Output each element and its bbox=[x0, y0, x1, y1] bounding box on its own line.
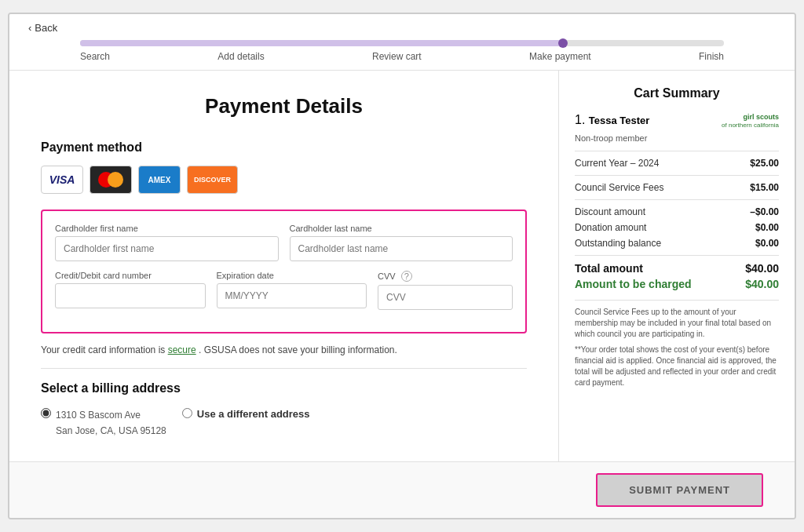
address-text-group: 1310 S Bascom Ave San Jose, CA, USA 9512… bbox=[56, 406, 166, 438]
page-title: Payment Details bbox=[41, 94, 527, 118]
progress-track bbox=[80, 40, 724, 46]
address-radio-option: 1310 S Bascom Ave San Jose, CA, USA 9512… bbox=[41, 406, 166, 438]
step-add-details: Add details bbox=[217, 51, 264, 62]
cart-line-3: Donation amount $0.00 bbox=[575, 222, 779, 233]
step-labels: Search Add details Review cart Make paym… bbox=[80, 51, 724, 62]
secure-text: Your credit card information is secure .… bbox=[41, 344, 527, 355]
cart-member-row: 1. Tessa Tester girl scouts of northern … bbox=[575, 113, 779, 129]
progress-bar-container: Search Add details Review cart Make paym… bbox=[25, 40, 779, 62]
card-number-group: Credit/Debit card number bbox=[55, 271, 206, 310]
top-nav: ‹ Back Search Add details Review cart Ma… bbox=[9, 14, 795, 71]
charged-label: Amount to be charged bbox=[575, 278, 692, 290]
main-layout: Payment Details Payment method VISA AMEX… bbox=[9, 71, 795, 461]
gs-logo: girl scouts of northern california bbox=[722, 113, 779, 129]
cart-title: Cart Summary bbox=[575, 86, 779, 100]
cart-divider-4 bbox=[575, 255, 779, 256]
mastercard-icon[interactable] bbox=[90, 166, 132, 194]
step-finish: Finish bbox=[699, 51, 724, 62]
progress-fill bbox=[80, 40, 563, 46]
last-name-group: Cardholder last name bbox=[290, 224, 513, 261]
footnote-2: **Your order total shows the cost of you… bbox=[575, 344, 779, 388]
cart-line-1: Council Service Fees $15.00 bbox=[575, 182, 779, 193]
app-container: ‹ Back Search Add details Review cart Ma… bbox=[8, 13, 796, 519]
left-panel: Payment Details Payment method VISA AMEX… bbox=[9, 71, 559, 461]
radio-group: 1310 S Bascom Ave San Jose, CA, USA 9512… bbox=[41, 406, 527, 438]
first-name-input[interactable] bbox=[55, 236, 279, 261]
address-line2: San Jose, CA, USA 95128 bbox=[56, 424, 166, 438]
discover-icon[interactable]: DISCOVER bbox=[187, 166, 238, 194]
back-label: Back bbox=[35, 22, 57, 34]
cart-line-4: Outstanding balance $0.00 bbox=[575, 238, 779, 249]
mc-orange-circle bbox=[108, 172, 123, 188]
total-line: Total amount $40.00 bbox=[575, 262, 779, 275]
cvv-input[interactable] bbox=[378, 285, 513, 310]
cart-line-2: Discount amount –$0.00 bbox=[575, 206, 779, 217]
name-row: Cardholder first name Cardholder last na… bbox=[55, 224, 513, 261]
first-name-group: Cardholder first name bbox=[55, 224, 279, 261]
charged-amount: $40.00 bbox=[745, 278, 779, 290]
cvv-group: CVV ? bbox=[378, 271, 513, 310]
cart-divider-3 bbox=[575, 199, 779, 200]
billing-section: Select a billing address 1310 S Bascom A… bbox=[41, 381, 527, 438]
diff-address-radio[interactable] bbox=[182, 408, 192, 418]
submit-payment-button[interactable]: SUBMIT PAYMENT bbox=[596, 473, 763, 507]
member-type: Non-troop member bbox=[575, 133, 779, 143]
member-name: 1. Tessa Tester bbox=[575, 113, 649, 127]
step-search: Search bbox=[80, 51, 110, 62]
address-line1: 1310 S Bascom Ave bbox=[56, 408, 166, 422]
footnote-1: Council Service Fees up to the amount of… bbox=[575, 307, 779, 340]
card-number-label: Credit/Debit card number bbox=[55, 271, 206, 280]
last-name-input[interactable] bbox=[290, 236, 513, 261]
back-chevron-icon: ‹ bbox=[28, 22, 31, 34]
step-make-payment: Make payment bbox=[529, 51, 591, 62]
cart-divider-5 bbox=[575, 300, 779, 301]
cart-line-0: Current Year – 2024 $25.00 bbox=[575, 158, 779, 169]
billing-title: Select a billing address bbox=[41, 381, 527, 395]
cart-divider-1 bbox=[575, 151, 779, 151]
expiry-group: Expiration date bbox=[217, 271, 367, 310]
last-name-label: Cardholder last name bbox=[290, 224, 513, 233]
cart-summary-panel: Cart Summary 1. Tessa Tester girl scouts… bbox=[559, 71, 795, 461]
step-review-cart: Review cart bbox=[372, 51, 422, 62]
cart-divider-2 bbox=[575, 175, 779, 176]
visa-icon[interactable]: VISA bbox=[41, 166, 83, 194]
address-radio[interactable] bbox=[41, 408, 51, 418]
amex-icon[interactable]: AMEX bbox=[138, 166, 181, 194]
diff-address-option: Use a different address bbox=[182, 406, 310, 420]
payment-method-title: Payment method bbox=[41, 140, 527, 155]
divider bbox=[41, 368, 527, 369]
card-form-area: Cardholder first name Cardholder last na… bbox=[41, 210, 527, 333]
progress-dot bbox=[558, 38, 568, 48]
cvv-help-icon[interactable]: ? bbox=[401, 271, 412, 282]
payment-icons: VISA AMEX DISCOVER bbox=[41, 166, 527, 194]
expiry-label: Expiration date bbox=[217, 271, 367, 280]
diff-address-label: Use a different address bbox=[197, 408, 310, 420]
card-details-row: Credit/Debit card number Expiration date… bbox=[55, 271, 513, 310]
secure-link[interactable]: secure bbox=[168, 344, 196, 355]
first-name-label: Cardholder first name bbox=[55, 224, 279, 233]
cvv-label: CVV ? bbox=[378, 271, 513, 282]
charged-line: Amount to be charged $40.00 bbox=[575, 278, 779, 290]
submit-area: SUBMIT PAYMENT bbox=[9, 461, 795, 518]
back-button[interactable]: ‹ Back bbox=[25, 22, 57, 34]
expiry-input[interactable] bbox=[217, 283, 367, 308]
card-number-input[interactable] bbox=[55, 283, 206, 308]
